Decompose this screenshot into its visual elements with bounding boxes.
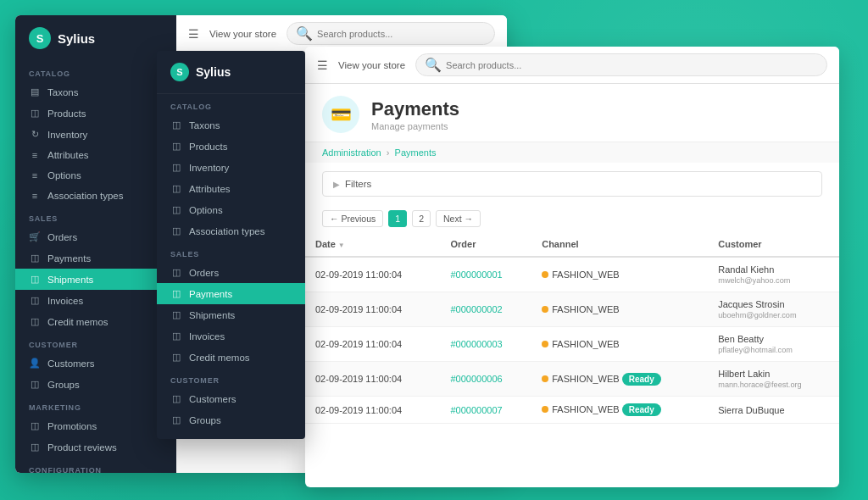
dropdown-item-credit-memos[interactable]: ◫ Credit memos [157,347,305,368]
sidebar-item-groups[interactable]: ◫ Groups [15,374,176,395]
sidebar-item-invoices[interactable]: ◫ Invoices [15,290,176,311]
payments-filter-arrow-icon: ▶ [333,180,340,189]
attributes-icon: ≡ [29,150,41,160]
sidebar-item-taxons[interactable]: ▤ Taxons [15,81,176,103]
sidebar-item-shipments[interactable]: ◫ Shipments [15,269,176,290]
payments-page-1[interactable]: 1 [388,210,407,227]
dropdown-item-attributes[interactable]: ◫ Attributes [157,178,305,199]
payment-order[interactable]: #000000007 [441,397,532,424]
view-store-link[interactable]: View your store [209,29,276,39]
sidebar-logo-text: Sylius [58,31,95,46]
payments-next-btn[interactable]: Next → [436,210,481,227]
payment-order[interactable]: #000000006 [441,362,532,397]
payment-date: 02-09-2019 11:00:04 [305,257,441,292]
payments-page-2[interactable]: 2 [412,210,431,227]
dropdown-item-payments[interactable]: ◫ Payments [157,283,305,304]
sidebar-item-association-types[interactable]: ≡ Association types [15,186,176,206]
dropdown-item-label: Shipments [189,310,235,320]
sidebar-item-label: Payments [47,253,91,264]
dropdown-item-inventory[interactable]: ◫ Inventory [157,157,305,178]
payment-order[interactable]: #000000001 [441,257,532,292]
dropdown-item-icon: ◫ [170,393,182,404]
dropdown-item-orders[interactable]: ◫ Orders [157,262,305,283]
sidebar-item-credit-memos[interactable]: ◫ Credit memos [15,311,176,332]
sidebar-item-label: Product reviews [47,442,117,453]
payment-channel: FASHION_WEB Ready [531,397,708,424]
payments-breadcrumb: Administration › Payments [305,142,839,163]
dropdown-item-icon: ◫ [170,414,182,425]
payments-filters-toggle[interactable]: ▶ Filters [323,172,821,196]
sidebar-item-inventory[interactable]: ↻ Inventory [15,124,176,145]
dropdown-item-invoices[interactable]: ◫ Invoices [157,325,305,347]
products-icon: ◫ [29,108,41,119]
payment-order[interactable]: #000000003 [441,327,532,362]
payments-table: Date▼ Order Channel Customer 02-09-2019 … [305,232,839,424]
channel-dot-icon [542,306,548,313]
sidebar-item-product-reviews[interactable]: ◫ Product reviews [15,436,176,458]
dropdown-item-customers[interactable]: ◫ Customers [157,388,305,409]
search-input[interactable] [317,29,486,39]
sylius-logo-icon: S [29,27,51,49]
sidebar-item-label: Products [47,108,86,119]
taxons-icon: ▤ [29,86,41,97]
dropdown-item-shipments[interactable]: ◫ Shipments [157,304,305,325]
promotions-icon: ◫ [29,420,41,431]
sales-section-label: SALES [15,206,176,226]
payment-channel: FASHION_WEB [531,257,708,292]
payments-channel-header[interactable]: Channel [531,232,708,257]
dropdown-item-icon: ◫ [170,331,182,342]
menu-toggle-icon[interactable]: ☰ [188,27,199,41]
dropdown-section-label: CATALOG [157,94,305,114]
dropdown-item-label: Groups [189,415,221,425]
sidebar-item-attributes[interactable]: ≡ Attributes [15,145,176,165]
dropdown-item-icon: ◫ [170,225,182,236]
dropdown-item-icon: ◫ [170,183,182,194]
sidebar-item-promotions[interactable]: ◫ Promotions [15,415,176,436]
sidebar-item-payments[interactable]: ◫ Payments [15,247,176,269]
payments-order-header[interactable]: Order [441,232,532,257]
payments-filters-bar[interactable]: ▶ Filters [322,171,822,197]
dropdown-item-taxons[interactable]: ◫ Taxons [157,114,305,136]
sidebar-item-options[interactable]: ≡ Options [15,165,176,186]
payments-customer-header[interactable]: Customer [708,232,839,257]
sidebar-item-customers[interactable]: 👤 Customers [15,353,176,374]
payments-title: Payments [371,98,459,120]
payments-breadcrumb-home[interactable]: Administration [322,147,381,158]
payments-table-row: 02-09-2019 11:00:04 #000000003 FASHION_W… [305,327,839,362]
dropdown-app-name: Sylius [196,65,231,79]
dropdown-item-groups[interactable]: ◫ Groups [157,409,305,431]
payments-search-icon: 🔍 [425,57,442,73]
sidebar-item-products[interactable]: ◫ Products [15,103,176,124]
dropdown-item-label: Products [189,142,227,152]
dropdown-sylius-icon: S [170,63,189,81]
reviews-icon: ◫ [29,442,41,453]
sidebar-item-label: Options [47,170,81,181]
sidebar-logo[interactable]: S Sylius [15,15,176,61]
dropdown-item-icon: ◫ [170,309,182,320]
payments-view-store[interactable]: View your store [338,60,405,70]
options-icon: ≡ [29,170,41,181]
payment-date: 02-09-2019 11:00:04 [305,397,441,424]
payment-order[interactable]: #000000002 [441,292,532,327]
payments-menu-icon[interactable]: ☰ [317,58,328,72]
customer-section-label: CUSTOMER [15,332,176,353]
status-badge: Ready [622,373,661,386]
dropdown-item-label: Customers [189,394,236,404]
sidebar-item-orders[interactable]: 🛒 Orders [15,226,176,247]
payments-search-input[interactable] [446,60,818,70]
dropdown-item-options[interactable]: ◫ Options [157,199,305,220]
payments-prev-btn[interactable]: ← Previous [322,210,383,227]
sidebar-item-label: Attributes [47,150,89,160]
payment-date: 02-09-2019 11:00:04 [305,362,441,397]
dropdown-item-products[interactable]: ◫ Products [157,136,305,157]
sidebar-item-label: Groups [47,380,80,390]
status-badge: Ready [622,403,661,416]
sidebar-item-label: Credit memos [47,317,108,327]
payment-customer: Hilbert Lakinmann.horace@feest.org [708,362,839,397]
payments-subtitle: Manage payments [371,121,459,131]
sidebar-item-label: Orders [47,232,77,242]
payments-page-icon: 💳 [322,96,359,133]
dropdown-item-association-types[interactable]: ◫ Association types [157,220,305,242]
payments-date-header[interactable]: Date▼ [305,232,441,257]
channel-dot-icon [542,406,548,413]
